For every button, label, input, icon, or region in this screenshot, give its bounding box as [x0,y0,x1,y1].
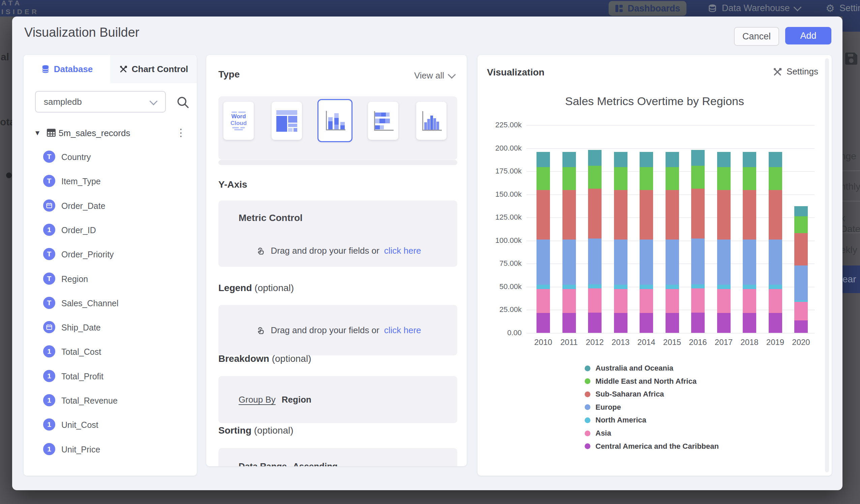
bar-segment [640,167,653,190]
treemap-icon [276,110,297,132]
field-item-order_priority[interactable]: TOrder_Priority [24,248,197,261]
legend-dot-icon [585,391,590,397]
metric-control-title: Metric Control [239,213,303,224]
nav-settings[interactable]: ⚙ Settings [826,0,860,16]
bar-segment [614,285,628,289]
gridline [526,333,815,333]
nav-data-warehouse[interactable]: Data Warehouse [708,0,800,16]
visualization-scrollbar[interactable] [825,58,829,472]
field-type-number-icon: 1 [43,394,55,406]
app-top-bar: ATAISIDER Dashboards Data Warehouse ⚙ Se… [0,0,860,16]
bar-segment [769,240,782,285]
cancel-button[interactable]: Cancel [734,27,779,46]
metric-control-card[interactable] [218,200,457,267]
field-item-total_profit[interactable]: 1Total_Profit [24,370,197,384]
x-axis-tick: 2016 [685,337,712,347]
field-label: Total_Revenue [61,396,118,406]
tap-icon [255,325,266,336]
field-type-number-icon: 1 [43,224,55,236]
view-all-button[interactable]: View all [414,70,455,81]
field-item-total_cost[interactable]: 1Total_Cost [24,345,197,359]
y-axis-tick: 50.00k [482,282,522,291]
settings-button[interactable]: Settings [772,66,818,77]
field-item-unit_cost[interactable]: 1Unit_Cost [24,418,197,432]
field-item-sales_channel[interactable]: TSales_Channel [24,297,197,310]
type-scrollbar[interactable] [218,160,457,165]
x-axis-tick: 2015 [659,337,686,347]
bar-segment [794,265,808,300]
field-item-order_date[interactable]: Order_Date [24,199,197,213]
bar-segment [717,190,731,240]
bar-segment [640,152,653,167]
background-list-item: nthly [841,181,860,192]
bar-segment [665,152,679,167]
field-label: Order_Date [61,201,105,211]
dashboards-grid-icon [615,4,624,13]
table-row[interactable]: ▾ 5m_sales_records ⋮ [24,126,197,141]
bar-segment [614,240,628,285]
chart-type-wordcloud[interactable]: Word Cloud [224,102,254,140]
chart-type-column[interactable] [416,102,446,140]
bar-segment [691,313,705,333]
tab-database[interactable]: Database [24,55,110,83]
bar-segment [614,289,628,313]
bar-segment [691,150,705,166]
tap-icon [255,245,266,256]
search-icon[interactable] [176,95,190,110]
field-label: Total_Cost [61,347,101,357]
field-item-unit_price[interactable]: 1Unit_Price [24,443,197,457]
x-axis-tick: 2018 [736,337,763,347]
bar-segment [769,152,782,167]
x-axis-tick: 2012 [581,337,608,347]
tools-icon [119,65,128,73]
gridline [526,148,815,149]
bar-segment [769,167,782,190]
divider [843,201,860,201]
save-icon[interactable] [843,51,859,67]
database-select[interactable]: sampledb [35,91,166,113]
kebab-menu-icon[interactable]: ⋮ [176,127,186,139]
bar-segment [536,240,550,285]
field-item-country[interactable]: TCountry [24,150,197,164]
group-by-label[interactable]: Group By [239,394,276,405]
click-here-link[interactable]: click here [384,246,421,256]
chevron-down-icon [149,97,157,105]
nav-dashboards[interactable]: Dashboards [608,1,686,16]
database-icon [41,65,50,73]
legend-drop-zone[interactable]: Drag and drop your fields or click here [218,325,457,336]
database-panel: Database Chart Control sampledb ▾ [24,55,197,476]
bar-segment [743,285,756,289]
bar-segment [717,285,731,289]
chart-type-stacked-bar[interactable] [368,102,398,140]
bar-segment [562,289,576,313]
sorting-row[interactable]: Data RangeAscending [239,461,338,466]
gear-icon: ⚙ [826,2,835,14]
group-by-row[interactable]: Group ByRegion [239,394,311,405]
chart-type-treemap[interactable] [272,102,302,140]
field-type-date-icon [43,321,55,333]
field-item-ship_date[interactable]: Ship_Date [24,321,197,334]
settings-tools-icon [772,67,783,77]
metric-drop-zone[interactable]: Drag and drop your fields or click here [218,245,457,256]
y-axis-tick: 100.00k [482,236,522,245]
caret-down-icon[interactable]: ▾ [35,128,40,138]
table-name: 5m_sales_records [59,128,130,139]
field-item-region[interactable]: TRegion [24,273,197,286]
field-item-item_type[interactable]: TItem_Type [24,175,197,188]
field-label: Unit_Price [61,445,100,455]
chart-type-stacked-column[interactable] [318,100,352,141]
tab-chart-control[interactable]: Chart Control [110,55,197,83]
y-axis-heading: Y-Axis [218,179,247,190]
legend-item: Asia [585,428,611,438]
add-button[interactable]: Add [785,27,831,44]
breakdown-heading: Breakdown (optional) [218,354,311,364]
bar-segment [640,285,653,289]
bar-segment [794,320,808,333]
click-here-link[interactable]: click here [384,325,421,335]
legend-heading: Legend (optional) [218,283,294,293]
field-item-order_id[interactable]: 1Order_ID [24,224,197,237]
group-by-value: Region [282,394,311,405]
field-item-total_revenue[interactable]: 1Total_Revenue [24,394,197,408]
bar-segment [640,190,653,240]
bar-segment [769,313,782,333]
